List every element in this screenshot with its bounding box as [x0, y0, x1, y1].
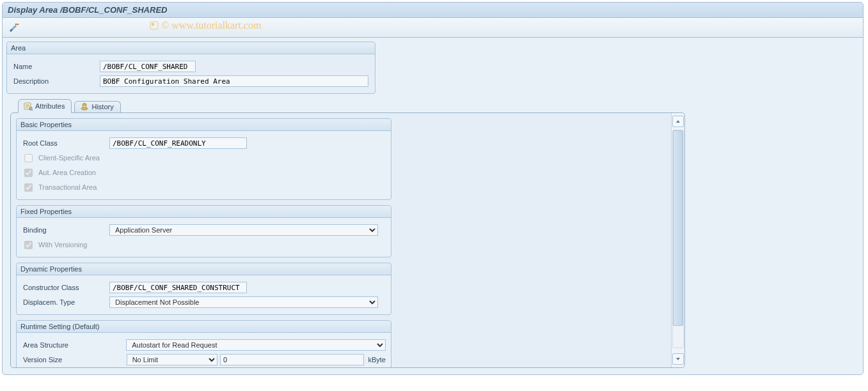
- aut-creation-label: Aut. Area Creation: [37, 169, 96, 176]
- watermark: © www.tutorialkart.com: [150, 20, 261, 31]
- transactional-checkbox: [24, 183, 33, 192]
- basic-properties-group: Basic Properties Root Class /BOBF/CL_CON…: [16, 118, 391, 200]
- area-structure-label: Area Structure: [22, 341, 126, 349]
- description-label: Description: [12, 77, 100, 85]
- svg-rect-4: [152, 23, 154, 26]
- tabstrip: Attributes History: [18, 99, 859, 112]
- chevron-up-icon: [675, 119, 681, 124]
- window-panel: Display Area /BOBF/CL_CONF_SHARED © www.…: [2, 2, 864, 375]
- vertical-scrollbar[interactable]: [671, 113, 684, 367]
- version-size-value[interactable]: [220, 354, 365, 365]
- client-specific-label: Client-Specific Area: [37, 154, 100, 162]
- chevron-down-icon: [675, 356, 681, 362]
- pencil-glasses-icon: [9, 22, 19, 33]
- basic-properties-header: Basic Properties: [17, 119, 391, 131]
- fixed-properties-header: Fixed Properties: [17, 206, 391, 218]
- constructor-class-label: Constructor Class: [22, 284, 109, 291]
- client-specific-checkbox: [24, 154, 33, 162]
- version-size-label: Version Size: [22, 356, 127, 364]
- dynamic-properties-header: Dynamic Properties: [17, 263, 391, 275]
- runtime-setting-group: Runtime Setting (Default) Area Structure…: [16, 320, 391, 367]
- scroll-thumb[interactable]: [673, 130, 683, 326]
- aut-creation-checkbox: [24, 169, 33, 177]
- description-field: BOBF Configuration Shared Area: [100, 75, 368, 87]
- version-size-select[interactable]: No Limit: [127, 354, 217, 365]
- displacement-type-label: Displacem. Type: [22, 298, 109, 306]
- fixed-properties-group: Fixed Properties Binding Application Ser…: [16, 205, 391, 257]
- name-label: Name: [12, 63, 100, 70]
- scroll-up-button[interactable]: [672, 116, 684, 127]
- title-bar: Display Area /BOBF/CL_CONF_SHARED: [3, 3, 863, 18]
- scroll-track[interactable]: [672, 130, 684, 348]
- history-icon: [80, 102, 89, 111]
- constructor-class-field: /BOBF/CL_CONF_SHARED_CONSTRUCT: [109, 282, 247, 293]
- name-field: /BOBF/CL_CONF_SHARED: [100, 61, 196, 72]
- svg-point-12: [84, 104, 86, 106]
- dynamic-properties-group: Dynamic Properties Constructor Class /BO…: [16, 263, 391, 315]
- edit-toggle-button[interactable]: [8, 21, 20, 34]
- area-structure-select[interactable]: Autostart for Read Request: [126, 339, 386, 351]
- svg-point-1: [17, 24, 19, 25]
- binding-label: Binding: [22, 226, 109, 234]
- watermark-icon: [150, 21, 159, 30]
- content-area: Area Name /BOBF/CL_CONF_SHARED Descripti…: [3, 38, 863, 374]
- area-group-header: Area: [7, 42, 375, 54]
- binding-select[interactable]: Application Server: [109, 224, 378, 236]
- toolbar: © www.tutorialkart.com: [3, 18, 863, 38]
- runtime-setting-header: Runtime Setting (Default): [17, 321, 391, 333]
- tab-attributes[interactable]: Attributes: [18, 99, 72, 113]
- root-class-label: Root Class: [22, 139, 109, 147]
- displacement-type-select[interactable]: Displacement Not Possible: [109, 296, 378, 308]
- version-size-unit: kByte: [368, 356, 386, 364]
- tab-history-label: History: [91, 103, 113, 111]
- tab-attributes-label: Attributes: [35, 102, 65, 110]
- attributes-icon: [24, 102, 33, 111]
- with-versioning-label: With Versioning: [37, 241, 87, 249]
- tab-history[interactable]: History: [74, 101, 120, 112]
- tab-content: Basic Properties Root Class /BOBF/CL_CON…: [10, 112, 685, 368]
- transactional-label: Transactional Area: [37, 183, 97, 191]
- with-versioning-checkbox: [24, 241, 33, 249]
- area-group: Area Name /BOBF/CL_CONF_SHARED Descripti…: [6, 42, 375, 94]
- root-class-field: /BOBF/CL_CONF_READONLY: [109, 137, 247, 149]
- svg-line-10: [32, 109, 33, 111]
- scroll-down-button[interactable]: [672, 353, 684, 365]
- page-title: Display Area /BOBF/CL_CONF_SHARED: [8, 5, 167, 15]
- svg-point-0: [15, 24, 17, 25]
